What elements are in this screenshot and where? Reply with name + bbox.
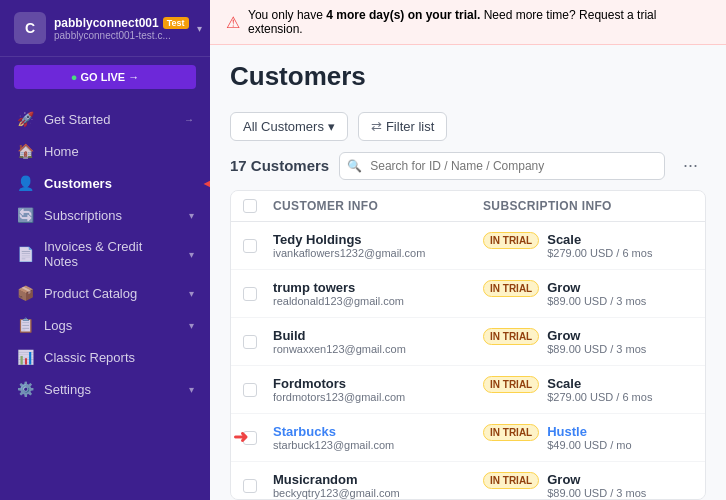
sidebar-brand: C pabblyconnect001 Test pabblyconnect001… xyxy=(14,12,202,44)
plan-price: $49.00 USD / mo xyxy=(547,439,631,451)
all-customers-button[interactable]: All Customers ▾ xyxy=(230,112,348,141)
plan-price: $89.00 USD / 3 mos xyxy=(547,343,646,355)
sidebar-item-classic-reports[interactable]: 📊 Classic Reports xyxy=(0,341,210,373)
sidebar-header: C pabblyconnect001 Test pabblyconnect001… xyxy=(0,0,210,57)
plan-price: $89.00 USD / 3 mos xyxy=(547,295,646,307)
sidebar-item-label: Logs xyxy=(44,318,179,333)
chevron-down-icon: ▾ xyxy=(189,384,194,395)
customer-count: 17 Customers xyxy=(230,157,329,174)
chevron-down-icon: ▾ xyxy=(189,210,194,221)
plan-name: Scale xyxy=(547,232,652,247)
home-icon: 🏠 xyxy=(16,143,34,159)
customer-email: starbuck123@gmail.com xyxy=(273,439,483,451)
customer-name[interactable]: Starbucks xyxy=(273,424,483,439)
plan-price: $89.00 USD / 3 mos xyxy=(547,487,646,499)
plan-info: Grow $89.00 USD / 3 mos xyxy=(547,472,646,499)
sidebar-item-label: Invoices & Credit Notes xyxy=(44,239,179,269)
trial-banner: ⚠ You only have 4 more day(s) on your tr… xyxy=(210,0,726,45)
customer-info: Musicrandom beckyqtry123@gmail.com xyxy=(273,472,483,499)
chevron-down-icon[interactable]: ▾ xyxy=(197,23,202,34)
customer-info: ➜ Starbucks starbuck123@gmail.com xyxy=(273,424,483,451)
warning-icon: ⚠ xyxy=(226,13,240,32)
settings-icon: ⚙️ xyxy=(16,381,34,397)
sidebar-item-product-catalog[interactable]: 📦 Product Catalog ▾ xyxy=(0,277,210,309)
sidebar-item-label: Classic Reports xyxy=(44,350,194,365)
search-row: 17 Customers 🔍 ··· xyxy=(210,151,726,190)
table-row: ➜ Starbucks starbuck123@gmail.com IN TRI… xyxy=(231,414,705,462)
customer-info: Tedy Holdings ivankaflowers1232@gmail.co… xyxy=(273,232,483,259)
customer-info: trump towers realdonald123@gmail.com xyxy=(273,280,483,307)
chevron-down-icon: ▾ xyxy=(328,119,335,134)
plan-name: Grow xyxy=(547,280,646,295)
table-row: Fordmotors fordmotors123@gmail.com IN TR… xyxy=(231,366,705,414)
plan-info: Scale $279.00 USD / 6 mos xyxy=(547,232,652,259)
more-options-button[interactable]: ··· xyxy=(675,151,706,180)
in-trial-badge: IN TRIAL xyxy=(483,424,539,441)
plan-info: Scale $279.00 USD / 6 mos xyxy=(547,376,652,403)
sidebar-logo: C xyxy=(14,12,46,44)
customer-email: ronwaxxen123@gmail.com xyxy=(273,343,483,355)
in-trial-badge: IN TRIAL xyxy=(483,232,539,249)
go-live-button[interactable]: GO LIVE → xyxy=(14,65,196,89)
customer-name[interactable]: trump towers xyxy=(273,280,483,295)
table-row: Build ronwaxxen123@gmail.com IN TRIAL Gr… xyxy=(231,318,705,366)
plan-price: $279.00 USD / 6 mos xyxy=(547,247,652,259)
plan-price: $279.00 USD / 6 mos xyxy=(547,391,652,403)
customer-info: Build ronwaxxen123@gmail.com xyxy=(273,328,483,355)
search-input[interactable] xyxy=(339,152,665,180)
plan-name: Grow xyxy=(547,328,646,343)
sidebar-brand-name: pabblyconnect001 Test xyxy=(54,16,189,30)
main-content: ⚠ You only have 4 more day(s) on your tr… xyxy=(210,0,726,500)
search-icon: 🔍 xyxy=(347,159,362,173)
row-checkbox[interactable] xyxy=(243,239,273,253)
customer-name[interactable]: Tedy Holdings xyxy=(273,232,483,247)
in-trial-badge: IN TRIAL xyxy=(483,376,539,393)
subscription-info: IN TRIAL Scale $279.00 USD / 6 mos xyxy=(483,232,693,259)
filter-icon: ⇄ xyxy=(371,119,382,134)
sidebar-item-label: Customers xyxy=(44,176,194,191)
row-checkbox[interactable] xyxy=(243,335,273,349)
sidebar-item-label: Home xyxy=(44,144,194,159)
subscription-info: IN TRIAL Grow $89.00 USD / 3 mos xyxy=(483,472,693,499)
sidebar-item-label: Subscriptions xyxy=(44,208,179,223)
customer-name[interactable]: Build xyxy=(273,328,483,343)
sidebar-item-customers[interactable]: 👤 Customers ◀ xyxy=(0,167,210,199)
subscription-info: IN TRIAL Grow $89.00 USD / 3 mos xyxy=(483,328,693,355)
trial-text: You only have 4 more day(s) on your tria… xyxy=(248,8,710,36)
in-trial-badge: IN TRIAL xyxy=(483,472,539,489)
customer-info: Fordmotors fordmotors123@gmail.com xyxy=(273,376,483,403)
in-trial-badge: IN TRIAL xyxy=(483,328,539,345)
sidebar-item-logs[interactable]: 📋 Logs ▾ xyxy=(0,309,210,341)
logs-icon: 📋 xyxy=(16,317,34,333)
filter-list-button[interactable]: ⇄ Filter list xyxy=(358,112,447,141)
subscription-info: IN TRIAL Scale $279.00 USD / 6 mos xyxy=(483,376,693,403)
customer-name[interactable]: Musicrandom xyxy=(273,472,483,487)
row-checkbox[interactable] xyxy=(243,383,273,397)
table-row: Tedy Holdings ivankaflowers1232@gmail.co… xyxy=(231,222,705,270)
plan-name[interactable]: Hustle xyxy=(547,424,631,439)
sidebar-item-invoices[interactable]: 📄 Invoices & Credit Notes ▾ xyxy=(0,231,210,277)
row-checkbox[interactable] xyxy=(243,287,273,301)
trial-days: 4 more day(s) on your trial. xyxy=(326,8,480,22)
chevron-down-icon: ▾ xyxy=(189,249,194,260)
plan-info: Grow $89.00 USD / 3 mos xyxy=(547,328,646,355)
plan-name: Scale xyxy=(547,376,652,391)
row-checkbox[interactable] xyxy=(243,479,273,493)
customer-email: beckyqtry123@gmail.com xyxy=(273,487,483,499)
table-header: Customer Info Subscription Info xyxy=(231,191,705,222)
chevron-down-icon: ▾ xyxy=(189,320,194,331)
sidebar-item-subscriptions[interactable]: 🔄 Subscriptions ▾ xyxy=(0,199,210,231)
customer-name[interactable]: Fordmotors xyxy=(273,376,483,391)
row-red-arrow: ➜ xyxy=(233,426,248,448)
subscription-info: IN TRIAL Grow $89.00 USD / 3 mos xyxy=(483,280,693,307)
nav-section: 🚀 Get Started → 🏠 Home 👤 Customers ◀ 🔄 S… xyxy=(0,97,210,411)
col-header-subscription: Subscription Info xyxy=(483,199,693,213)
arrow-right-icon: → xyxy=(184,114,194,125)
sidebar: C pabblyconnect001 Test pabblyconnect001… xyxy=(0,0,210,500)
sidebar-item-home[interactable]: 🏠 Home xyxy=(0,135,210,167)
select-all-checkbox[interactable] xyxy=(243,199,273,213)
sidebar-item-settings[interactable]: ⚙️ Settings ▾ xyxy=(0,373,210,405)
subscription-info: IN TRIAL Hustle $49.00 USD / mo xyxy=(483,424,693,451)
sidebar-item-get-started[interactable]: 🚀 Get Started → xyxy=(0,103,210,135)
chevron-down-icon: ▾ xyxy=(189,288,194,299)
